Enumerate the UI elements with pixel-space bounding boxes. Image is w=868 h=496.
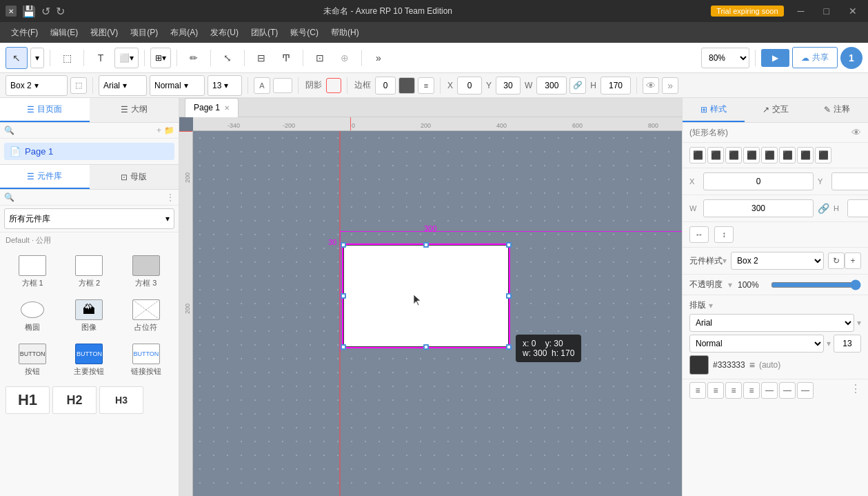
- text-valign-bot-btn[interactable]: —: [797, 382, 814, 399]
- heading-h2[interactable]: H2: [52, 386, 97, 414]
- tab-style[interactable]: ⊞ 样式: [683, 98, 745, 122]
- border-input[interactable]: [375, 77, 396, 95]
- comp-item-box3[interactable]: 方框 3: [119, 251, 173, 292]
- comp-item-box1[interactable]: 方框 1: [6, 251, 59, 292]
- crop-tool[interactable]: ⊡: [309, 47, 331, 69]
- comp-search-input[interactable]: [17, 192, 163, 202]
- align-center-h-btn[interactable]: ⬛: [707, 147, 724, 163]
- widget-dropdown[interactable]: ⬜▾: [114, 48, 139, 68]
- menu-account[interactable]: 账号(C): [285, 24, 324, 41]
- y-coord-input[interactable]: [831, 172, 868, 190]
- format-tool[interactable]: Ͳ: [275, 47, 297, 69]
- align-right-btn[interactable]: ⬛: [725, 147, 742, 163]
- heading-h1[interactable]: H1: [6, 386, 50, 414]
- zoom-select[interactable]: 80%: [701, 48, 749, 68]
- table-dropdown[interactable]: ⊞▾: [150, 48, 171, 68]
- handle-top-center[interactable]: [423, 242, 429, 248]
- menu-project[interactable]: 项目(P): [125, 24, 163, 41]
- comp-style-save-btn[interactable]: +: [845, 252, 861, 269]
- font-color-swatch[interactable]: [689, 355, 709, 375]
- widget-name-select[interactable]: Box 2 ▾: [6, 75, 68, 96]
- font-size-right-input[interactable]: [834, 335, 861, 353]
- text-valign-top-btn[interactable]: —: [761, 382, 778, 399]
- more-tools[interactable]: »: [367, 47, 390, 69]
- visibility-btn[interactable]: 👁: [643, 77, 659, 94]
- canvas-tab-close[interactable]: ✕: [224, 104, 230, 112]
- font-style-right-select[interactable]: Normal: [689, 335, 824, 353]
- widget-visibility-icon[interactable]: 👁: [851, 127, 861, 138]
- distribute-v-btn[interactable]: ⬛: [815, 147, 831, 163]
- widget-name-input[interactable]: [689, 128, 851, 137]
- scale-height-btn[interactable]: ↕: [714, 226, 734, 243]
- close-button[interactable]: ✕: [843, 4, 862, 18]
- preview-button[interactable]: ▶: [761, 49, 789, 67]
- menu-edit[interactable]: 编辑(E): [45, 24, 83, 41]
- font-list-icon[interactable]: ≡: [749, 359, 755, 370]
- h-input[interactable]: [600, 77, 631, 95]
- more-props-btn[interactable]: »: [662, 77, 678, 94]
- w-input[interactable]: [536, 77, 567, 95]
- text-align-left-btn[interactable]: ≡: [689, 382, 706, 399]
- heading-h3[interactable]: H3: [99, 386, 143, 414]
- h-size-input[interactable]: [847, 199, 868, 217]
- handle-bottom-center[interactable]: [423, 344, 429, 350]
- handle-middle-right[interactable]: [506, 293, 512, 299]
- shadow-swatch[interactable]: [326, 78, 341, 93]
- handle-top-right[interactable]: [506, 242, 512, 248]
- text-more-icon[interactable]: ⋮: [850, 382, 861, 399]
- handle-bottom-right[interactable]: [506, 344, 512, 350]
- text-align-right-btn[interactable]: ≡: [725, 382, 742, 399]
- align-top-btn[interactable]: ⬛: [743, 147, 760, 163]
- y-input[interactable]: [496, 77, 521, 95]
- menu-team[interactable]: 团队(T): [245, 24, 283, 41]
- fill-color-btn[interactable]: A: [254, 77, 270, 94]
- comp-item-image[interactable]: 🏔 图像: [62, 295, 116, 337]
- pen-tool[interactable]: ✏: [183, 47, 205, 69]
- handle-bottom-left[interactable]: [341, 344, 346, 350]
- tab-components[interactable]: ☰ 元件库: [0, 165, 90, 189]
- select-dropdown[interactable]: ▾: [30, 48, 44, 68]
- align-center-v-btn[interactable]: ⬛: [761, 147, 778, 163]
- canvas-grid[interactable]: 300 30 x:: [193, 131, 682, 496]
- fit-tool[interactable]: ⤡: [216, 47, 239, 69]
- tab-note[interactable]: ✎ 注释: [806, 98, 868, 122]
- comp-item-placeholder[interactable]: 占位符: [119, 295, 173, 337]
- select-tool[interactable]: ↖: [6, 47, 28, 69]
- component-tool[interactable]: ⊕: [334, 47, 356, 69]
- scale-width-btn[interactable]: ↔: [689, 226, 709, 243]
- user-avatar[interactable]: 1: [840, 47, 862, 69]
- comp-item-box2[interactable]: 方框 2: [62, 251, 116, 292]
- comp-item-link-button[interactable]: BUTTON 链接按钮: [119, 339, 173, 381]
- comp-more-icon[interactable]: ⋮: [166, 192, 174, 202]
- align-left-btn[interactable]: ⬛: [689, 147, 706, 163]
- w-size-input[interactable]: [703, 199, 814, 217]
- page-item-1[interactable]: 📄 Page 1: [4, 143, 174, 160]
- distribute-h-btn[interactable]: ⬛: [797, 147, 814, 163]
- menu-help[interactable]: 帮助(H): [325, 24, 365, 41]
- share-button[interactable]: ☁ 共享: [792, 47, 838, 68]
- save-icon[interactable]: 💾: [22, 5, 36, 18]
- comp-style-select[interactable]: Box 2: [731, 252, 824, 270]
- canvas-tab-page1[interactable]: Page 1 ✕: [185, 98, 239, 117]
- font-size-select[interactable]: 13 ▾: [208, 75, 242, 96]
- border-style-btn[interactable]: ≡: [418, 77, 434, 94]
- align-bottom-btn[interactable]: ⬛: [779, 147, 796, 163]
- menu-view[interactable]: 视图(V): [85, 24, 123, 41]
- comp-library-select[interactable]: 所有元件库 ▾: [4, 208, 174, 229]
- tab-masters[interactable]: ⊡ 母版: [90, 165, 179, 189]
- x-input[interactable]: [457, 77, 482, 95]
- font-family-right-select[interactable]: Arial: [689, 314, 854, 332]
- text-valign-mid-btn[interactable]: —: [779, 382, 796, 399]
- menu-publish[interactable]: 发布(U): [205, 24, 244, 41]
- lock-size-icon[interactable]: 🔗: [818, 203, 829, 214]
- tab-pages[interactable]: ☰ 目页面: [0, 98, 90, 122]
- tab-outline[interactable]: ☰ 大纲: [90, 98, 179, 122]
- menu-file[interactable]: 文件(F): [6, 24, 43, 41]
- comp-item-ellipse[interactable]: 椭圆: [6, 295, 59, 337]
- redo-icon[interactable]: ↻: [56, 5, 65, 18]
- tab-interact[interactable]: ↗ 交互: [745, 98, 807, 122]
- minimize-button[interactable]: ─: [792, 4, 810, 18]
- canvas-widget-box2[interactable]: [343, 245, 509, 347]
- lock-aspect-btn[interactable]: 🔗: [569, 77, 586, 94]
- align-tool[interactable]: ⊟: [250, 47, 272, 69]
